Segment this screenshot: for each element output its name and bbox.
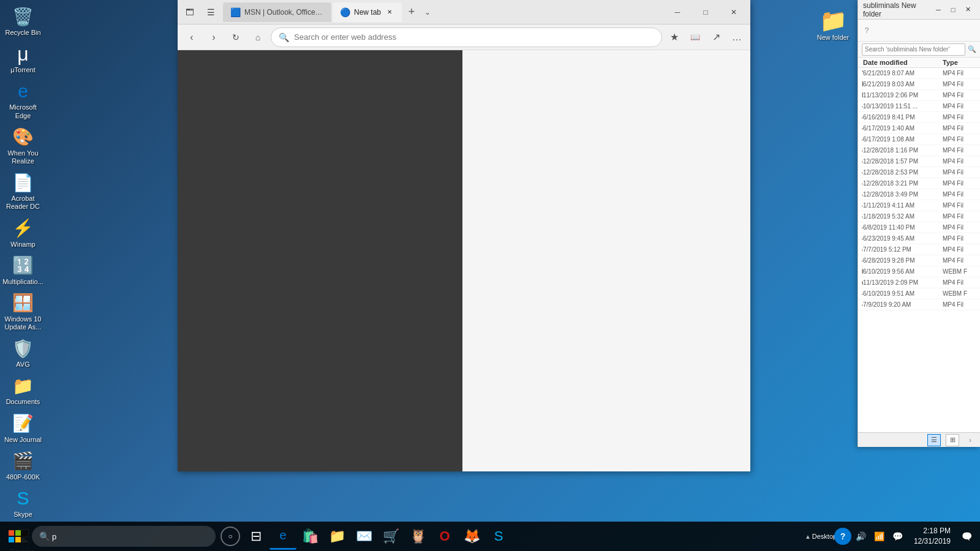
browser-maximize-btn[interactable]: □ <box>692 0 720 24</box>
taskbar-right: ▲ Desktop ? 🔊 📶 💬 2:18 PM 12/31/2019 🗨️ <box>802 526 980 547</box>
file-row[interactable]: — 10/13/2019 11:51 ... MP4 Fil <box>858 101 980 112</box>
taskbar-icon-tripadvisor[interactable]: 🦉 <box>404 523 431 550</box>
file-row[interactable]: — 6/17/2019 1:08 AM MP4 Fil <box>858 134 980 145</box>
file-date: 6/28/2019 9:28 PM <box>863 257 943 264</box>
new-tab-button[interactable]: + <box>403 4 420 21</box>
explorer-column-headers: Date modified Type <box>858 58 980 68</box>
taskbar-icon-file-explorer[interactable]: 📁 <box>323 523 350 550</box>
desktop-icon-win10-update[interactable]: 🪟 Windows 10 Update As... <box>1 290 45 334</box>
file-row[interactable]: — 6/23/2019 9:45 AM MP4 Fil <box>858 233 980 244</box>
file-row[interactable]: — 12/28/2018 2:53 PM MP4 Fil <box>858 167 980 178</box>
file-row[interactable]: — 1/11/2019 4:11 AM MP4 Fil <box>858 200 980 211</box>
favorites-btn[interactable]: ★ <box>666 29 683 46</box>
file-type: MP4 Fil <box>943 81 976 88</box>
desktop-icon-video[interactable]: 🎬 480P-600K <box>1 448 45 484</box>
system-clock[interactable]: 2:18 PM 12/31/2019 <box>909 526 956 547</box>
explorer-maximize[interactable]: □ <box>946 2 960 17</box>
share-btn[interactable]: ↗ <box>707 29 725 46</box>
file-row[interactable]: — 1/18/2019 5:32 AM MP4 Fil <box>858 211 980 222</box>
file-row[interactable]: Holtz Su... 11/13/2019 2:06 PM MP4 Fil <box>858 90 980 101</box>
address-input[interactable] <box>294 32 654 42</box>
desktop-icon-new-folder-right[interactable]: 📁 New folder <box>809 0 858 49</box>
browser-tab-msn[interactable]: 🟦 MSN | Outlook, Office, Skyp <box>223 2 331 22</box>
file-row[interactable]: — 6/8/2019 11:40 PM MP4 Fil <box>858 222 980 233</box>
browser-minimize[interactable]: 🗔 <box>180 2 200 22</box>
explorer-help-icon[interactable]: ? <box>862 26 872 36</box>
desktop-icon-utorrent[interactable]: μ µTorrent <box>1 40 45 77</box>
new-journal-icon: 📝 <box>12 413 34 435</box>
col-type-header[interactable]: Type <box>943 59 976 66</box>
file-row[interactable]: — 7/9/2019 9:20 AM MP4 Fil <box>858 299 980 310</box>
explorer-minimize[interactable]: ─ <box>931 2 946 17</box>
taskbar-icon-store[interactable]: 🛍️ <box>296 523 323 550</box>
cortana-button[interactable]: ○ <box>221 527 240 546</box>
explorer-search-input[interactable] <box>862 43 965 56</box>
file-row[interactable]: — 7/7/2019 5:12 PM MP4 Fil <box>858 244 980 255</box>
edge-icon: e <box>12 80 34 102</box>
view-tiles-btn[interactable]: ⊞ <box>946 434 959 446</box>
browser-menu[interactable]: ☰ <box>201 2 221 22</box>
desktop-icon-recycle-bin[interactable]: 🗑️ Recycle Bin <box>1 3 45 39</box>
desktop-icon-documents[interactable]: 📁 Documents <box>1 372 45 408</box>
taskbar-icon-edge[interactable]: e <box>270 523 296 550</box>
file-type: WEBM F <box>943 290 976 297</box>
taskbar-icon-opera[interactable]: O <box>431 523 458 550</box>
tab-overflow-button[interactable]: ⌄ <box>420 5 435 20</box>
browser-back-btn[interactable]: ‹ <box>183 28 201 47</box>
read-mode-btn[interactable]: 📖 <box>687 29 704 46</box>
file-row[interactable]: — 12/28/2018 1:16 PM MP4 Fil <box>858 145 980 156</box>
desktop-icons-panel: 🗑️ Recycle Bin μ µTorrent e Microsoft Ed… <box>0 0 46 551</box>
tray-speaker[interactable]: 🔊 <box>853 528 870 545</box>
file-date: 12/28/2018 3:21 PM <box>863 180 943 187</box>
tray-desktop-shortcut[interactable]: Desktop <box>816 528 833 545</box>
tray-help[interactable]: ? <box>834 528 851 545</box>
taskbar-icon-mail[interactable]: ✉️ <box>350 523 377 550</box>
file-row[interactable]: — 6/10/2019 9:51 AM WEBM F <box>858 288 980 299</box>
browser-home-btn[interactable]: ⌂ <box>249 28 267 47</box>
desktop-icon-when-you-realize[interactable]: 🎨 When You Realize <box>1 124 45 168</box>
desktop-icon-new-journal[interactable]: 📝 New Journal <box>1 410 45 446</box>
file-date: 7/9/2019 9:20 AM <box>863 301 943 308</box>
file-row[interactable]: be/ SR... 6/10/2019 9:56 AM WEBM F <box>858 266 980 277</box>
tray-network[interactable]: 📶 <box>871 528 888 545</box>
file-row[interactable]: — 12/28/2018 1:57 PM MP4 Fil <box>858 156 980 167</box>
taskbar-icon-amazon[interactable]: 🛒 <box>377 523 404 550</box>
new-tab-close[interactable]: ✕ <box>385 7 394 17</box>
file-row[interactable]: — 6/28/2019 9:28 PM MP4 Fil <box>858 255 980 266</box>
firefox-taskbar-icon: 🦊 <box>464 528 480 544</box>
file-row[interactable]: eta Fre... 11/13/2019 2:09 PM MP4 Fil <box>858 277 980 288</box>
view-details-btn[interactable]: ☰ <box>927 434 941 446</box>
browser-forward-btn[interactable]: › <box>205 28 223 47</box>
browser-refresh-btn[interactable]: ↻ <box>227 28 245 47</box>
browser-close-btn[interactable]: ✕ <box>720 0 748 24</box>
desktop-icon-winamp[interactable]: ⚡ Winamp <box>1 215 45 251</box>
taskbar-icon-skype[interactable]: S <box>485 523 512 550</box>
task-view-button[interactable]: ⊟ <box>243 523 270 550</box>
file-row[interactable]: — 12/28/2018 3:21 PM MP4 Fil <box>858 178 980 189</box>
desktop-icon-skype[interactable]: S Skype <box>1 485 45 521</box>
file-row[interactable]: Y BINA... 6/21/2019 8:07 AM MP4 Fil <box>858 68 980 79</box>
taskbar-icon-firefox[interactable]: 🦊 <box>458 523 485 550</box>
file-type: MP4 Fil <box>943 92 976 99</box>
file-row[interactable]: — 6/17/2019 1:40 AM MP4 Fil <box>858 123 980 134</box>
tray-action-center[interactable]: 💬 <box>889 528 907 545</box>
desktop-icon-acrobat[interactable]: 📄 Acrobat Reader DC <box>1 169 45 213</box>
taskbar-search[interactable]: 🔍 <box>32 526 216 547</box>
address-bar[interactable]: 🔍 <box>271 28 662 47</box>
notifications-button[interactable]: 🗨️ <box>958 528 975 545</box>
desktop-icon-avg[interactable]: 🛡️ AVG <box>1 335 45 371</box>
explorer-close[interactable]: ✕ <box>960 2 975 17</box>
more-btn[interactable]: … <box>728 29 745 46</box>
browser-tab-new[interactable]: 🔵 New tab ✕ <box>333 2 402 22</box>
browser-minimize-btn[interactable]: ─ <box>663 0 692 24</box>
file-row[interactable]: — 12/28/2018 3:49 PM MP4 Fil <box>858 189 980 200</box>
file-row[interactable]: — 6/16/2019 8:41 PM MP4 Fil <box>858 112 980 123</box>
desktop-icon-edge[interactable]: e Microsoft Edge <box>1 78 45 122</box>
file-date: 12/28/2018 1:57 PM <box>863 158 943 165</box>
explorer-scroll-right[interactable]: › <box>964 436 976 444</box>
desktop-icon-multiplication[interactable]: 🔢 Multiplicatio... <box>1 252 45 288</box>
taskbar-search-input[interactable] <box>52 532 208 541</box>
col-date-header[interactable]: Date modified <box>863 59 943 66</box>
start-button[interactable] <box>0 522 29 551</box>
file-row[interactable]: EDITATI... 6/21/2019 8:03 AM MP4 Fil <box>858 79 980 90</box>
